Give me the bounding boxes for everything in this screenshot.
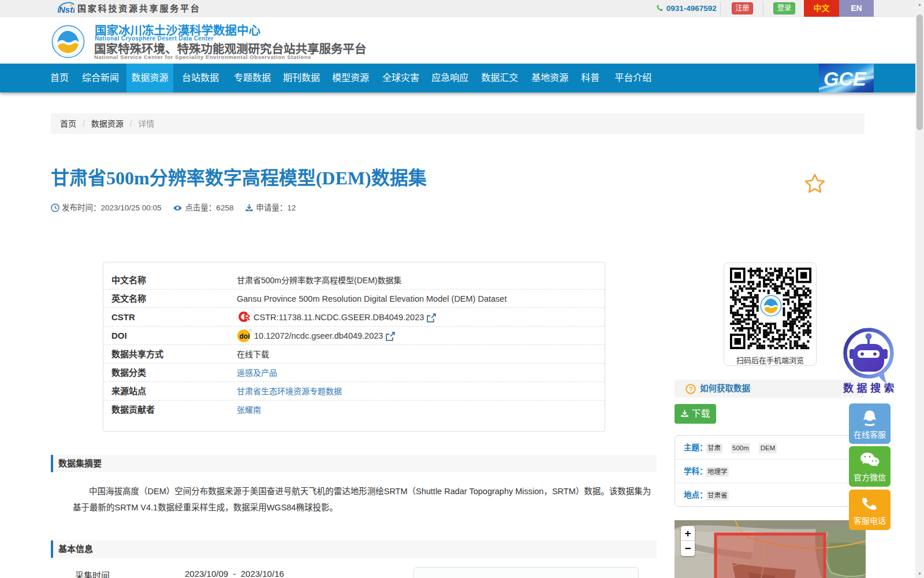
svg-text:?: ? bbox=[689, 386, 693, 392]
svg-text:R: R bbox=[244, 312, 250, 322]
svg-text:Nsti: Nsti bbox=[59, 5, 74, 14]
svg-text:GCE: GCE bbox=[824, 68, 867, 90]
svg-text:数据搜索: 数据搜索 bbox=[843, 382, 896, 394]
svg-text:doi: doi bbox=[240, 332, 250, 340]
